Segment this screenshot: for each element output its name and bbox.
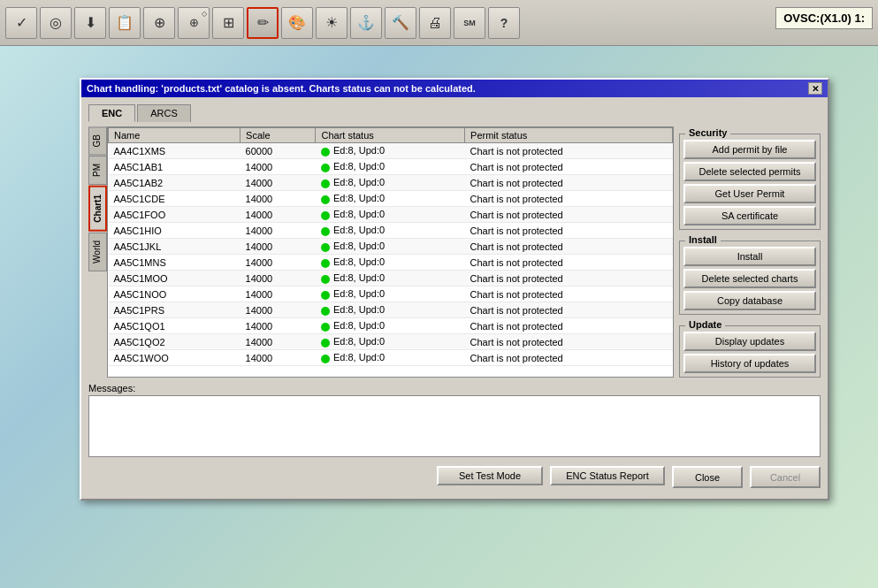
palette-icon[interactable]: 🎨 — [281, 7, 313, 39]
pencil-icon[interactable]: ✏ — [247, 7, 279, 39]
messages-section: Messages: — [88, 383, 821, 457]
display-updates-button[interactable]: Display updates — [683, 332, 816, 351]
cell-status: Ed:8, Upd:0 — [316, 223, 465, 239]
table-row[interactable]: AA5C1MOO 14000 Ed:8, Upd:0 Chart is not … — [109, 271, 673, 286]
cell-status: Ed:8, Upd:0 — [316, 286, 465, 302]
cell-name: AA4C1XMS — [109, 143, 240, 159]
cell-name: AA5C1FOO — [109, 207, 240, 223]
tab-arcs[interactable]: ARCS — [137, 104, 191, 122]
table-row[interactable]: AA5C1QO1 14000 Ed:8, Upd:0 Chart is not … — [109, 318, 673, 334]
table-row[interactable]: AA5C1AB1 14000 Ed:8, Upd:0 Chart is not … — [109, 159, 673, 175]
cell-permit: Chart is not protected — [465, 159, 673, 175]
enc-status-report-button[interactable]: ENC Status Report — [550, 466, 665, 485]
install-button[interactable]: Install — [683, 247, 816, 266]
cell-permit: Chart is not protected — [465, 286, 673, 302]
cell-name: AA5C1QO1 — [109, 318, 240, 334]
close-button[interactable]: Close — [672, 466, 743, 488]
download-icon[interactable]: ⬇ — [74, 7, 106, 39]
cell-permit: Chart is not protected — [465, 334, 673, 350]
cell-status: Ed:8, Upd:0 — [316, 159, 465, 175]
cell-scale: 14000 — [240, 239, 316, 255]
cell-scale: 14000 — [240, 255, 316, 271]
col-permit-status[interactable]: Permit status — [465, 128, 673, 143]
cell-status: Ed:8, Upd:0 — [316, 239, 465, 255]
cell-scale: 14000 — [240, 286, 316, 302]
cell-status: Ed:8, Upd:0 — [316, 143, 465, 159]
cell-permit: Chart is not protected — [465, 239, 673, 255]
cancel-button[interactable]: Cancel — [750, 466, 821, 488]
table-row[interactable]: AA5C1NOO 14000 Ed:8, Upd:0 Chart is not … — [109, 286, 673, 302]
cell-status: Ed:8, Upd:0 — [316, 271, 465, 286]
sm-icon[interactable]: SM — [454, 7, 485, 39]
toolbar: ✓ ◎ ⬇ 📋 ⊕ ⊕◇ ⊞ ✏ 🎨 ☀ ⚓ 🔨 🖨 SM ? OVSC:(X1… — [0, 0, 878, 46]
table-row[interactable]: AA5C1FOO 14000 Ed:8, Upd:0 Chart is not … — [109, 207, 673, 223]
grid-icon[interactable]: ⊞ — [212, 7, 244, 39]
install-label: Install — [685, 234, 721, 245]
cell-scale: 14000 — [240, 271, 316, 286]
book-icon[interactable]: 📋 — [109, 7, 141, 39]
delete-selected-charts-button[interactable]: Delete selected charts — [683, 269, 816, 288]
cell-name: AA5C1MNS — [109, 255, 240, 271]
tab-enc[interactable]: ENC — [88, 104, 135, 122]
cell-permit: Chart is not protected — [465, 223, 673, 239]
print-icon[interactable]: 🖨 — [419, 7, 451, 39]
col-scale[interactable]: Scale — [240, 128, 316, 143]
cell-status: Ed:8, Upd:0 — [316, 191, 465, 207]
ovsc-info: OVSC:(X1.0) 1: — [775, 7, 873, 29]
side-tab-chart1[interactable]: Chart1 — [88, 186, 107, 232]
cell-name: AA5C1NOO — [109, 286, 240, 302]
main-area: GB PM Chart1 World Name Scale Chart stat… — [88, 126, 821, 378]
cell-name: AA5C1WOO — [109, 350, 240, 366]
table-row[interactable]: AA5C1WOO 14000 Ed:8, Upd:0 Chart is not … — [109, 350, 673, 366]
table-row[interactable]: AA5C1CDE 14000 Ed:8, Upd:0 Chart is not … — [109, 191, 673, 207]
get-user-permit-button[interactable]: Get User Permit — [683, 184, 816, 203]
tools-icon[interactable]: 🔨 — [385, 7, 416, 39]
target-icon[interactable]: ◎ — [40, 7, 72, 39]
cell-permit: Chart is not protected — [465, 255, 673, 271]
check-icon[interactable]: ✓ — [5, 7, 37, 39]
delete-selected-permits-button[interactable]: Delete selected permits — [683, 162, 816, 181]
table-row[interactable]: AA5C1HIO 14000 Ed:8, Upd:0 Chart is not … — [109, 223, 673, 239]
table-row[interactable]: AA5C1PRS 14000 Ed:8, Upd:0 Chart is not … — [109, 302, 673, 318]
sun-icon[interactable]: ☀ — [316, 7, 347, 39]
cell-name: AA5C1QO2 — [109, 334, 240, 350]
table-row[interactable]: AA5C1QO2 14000 Ed:8, Upd:0 Chart is not … — [109, 334, 673, 350]
install-group: Install Install Delete selected charts C… — [679, 241, 821, 315]
copy-database-button[interactable]: Copy database — [683, 291, 816, 310]
col-chart-status[interactable]: Chart status — [316, 128, 465, 143]
cell-name: AA5C1AB2 — [109, 175, 240, 191]
cell-permit: Chart is not protected — [465, 318, 673, 334]
table-row[interactable]: AA4C1XMS 60000 Ed:8, Upd:0 Chart is not … — [109, 143, 673, 159]
help-icon[interactable]: ? — [488, 7, 520, 39]
cell-scale: 60000 — [240, 143, 316, 159]
update-group: Update Display updates History of update… — [679, 325, 821, 378]
side-tab-pm[interactable]: PM — [88, 156, 107, 185]
tab-bar: ENC ARCS — [88, 104, 821, 122]
add-permit-by-file-button[interactable]: Add permit by file — [683, 140, 816, 159]
side-tab-gb[interactable]: GB — [88, 126, 107, 155]
cell-scale: 14000 — [240, 207, 316, 223]
table-row[interactable]: AA5C1JKL 14000 Ed:8, Upd:0 Chart is not … — [109, 239, 673, 255]
cell-scale: 14000 — [240, 334, 316, 350]
cell-status: Ed:8, Upd:0 — [316, 255, 465, 271]
messages-label: Messages: — [88, 383, 821, 393]
sa-certificate-button[interactable]: SA certificate — [683, 206, 816, 225]
cell-permit: Chart is not protected — [465, 271, 673, 286]
cell-status: Ed:8, Upd:0 — [316, 318, 465, 334]
table-row[interactable]: AA5C1MNS 14000 Ed:8, Upd:0 Chart is not … — [109, 255, 673, 271]
cell-permit: Chart is not protected — [465, 143, 673, 159]
side-tab-world[interactable]: World — [88, 233, 107, 271]
cell-scale: 14000 — [240, 223, 316, 239]
dialog-title: Chart handling: 'products.txt' catalog i… — [87, 83, 476, 94]
layers-icon[interactable]: ⊕ — [143, 7, 175, 39]
anchor-icon[interactable]: ⚓ — [350, 7, 382, 39]
crosshair-icon[interactable]: ⊕◇ — [178, 7, 210, 39]
col-name[interactable]: Name — [109, 128, 240, 143]
bottom-buttons: Set Test Mode ENC Status Report Close Ca… — [88, 462, 821, 492]
history-of-updates-button[interactable]: History of updates — [683, 354, 816, 373]
chart-table: Name Scale Chart status Permit status AA… — [108, 127, 673, 366]
chart-table-container: Name Scale Chart status Permit status AA… — [107, 126, 674, 378]
set-test-mode-button[interactable]: Set Test Mode — [437, 466, 543, 485]
dialog-close-button[interactable]: ✕ — [808, 82, 822, 95]
table-row[interactable]: AA5C1AB2 14000 Ed:8, Upd:0 Chart is not … — [109, 175, 673, 191]
